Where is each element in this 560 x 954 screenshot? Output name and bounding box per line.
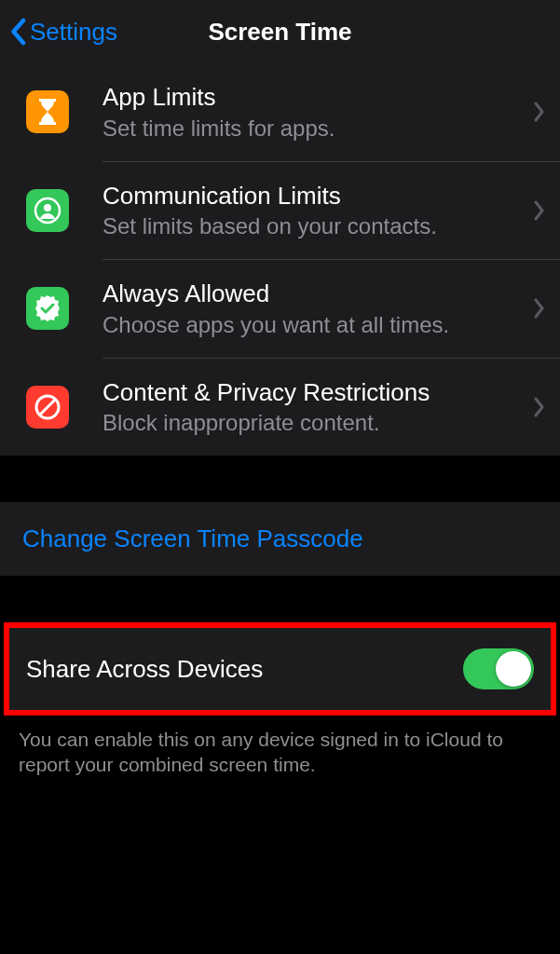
toggle-knob <box>496 651 531 687</box>
row-content-privacy[interactable]: Content & Privacy Restrictions Block ina… <box>0 359 560 457</box>
share-devices-toggle[interactable] <box>463 648 534 689</box>
no-entry-icon <box>26 386 69 429</box>
footer-description: You can enable this on any device signed… <box>0 716 560 789</box>
row-subtitle: Set time limits for apps. <box>102 115 525 143</box>
back-button[interactable]: Settings <box>9 18 117 47</box>
row-text: App Limits Set time limits for apps. <box>102 82 534 143</box>
nav-bar: Settings Screen Time <box>0 0 560 63</box>
share-devices-section: Share Across Devices <box>4 622 556 716</box>
chevron-right-icon <box>534 298 545 319</box>
row-subtitle: Choose apps you want at all times. <box>102 311 525 339</box>
settings-section: App Limits Set time limits for apps. Com… <box>0 63 560 456</box>
change-passcode-link[interactable]: Change Screen Time Passcode <box>22 525 538 553</box>
check-seal-icon <box>26 287 69 330</box>
contact-icon <box>26 189 69 232</box>
row-always-allowed[interactable]: Always Allowed Choose apps you want at a… <box>0 260 560 358</box>
chevron-right-icon <box>534 397 545 417</box>
svg-point-1 <box>44 204 51 211</box>
row-title: Content & Privacy Restrictions <box>102 377 525 408</box>
row-title: Always Allowed <box>102 279 525 309</box>
row-title: App Limits <box>102 82 525 113</box>
page-title: Screen Time <box>208 18 351 47</box>
row-subtitle: Block inappropriate content. <box>102 409 525 437</box>
row-text: Communication Limits Set limits based on… <box>102 181 534 241</box>
share-devices-row: Share Across Devices <box>9 628 551 710</box>
chevron-left-icon <box>9 18 26 46</box>
row-subtitle: Set limits based on your contacts. <box>102 212 525 240</box>
hourglass-icon <box>26 90 69 133</box>
row-communication-limits[interactable]: Communication Limits Set limits based on… <box>0 162 560 260</box>
row-text: Content & Privacy Restrictions Block ina… <box>102 377 534 438</box>
chevron-right-icon <box>534 102 545 122</box>
passcode-section: Change Screen Time Passcode <box>0 502 560 576</box>
row-app-limits[interactable]: App Limits Set time limits for apps. <box>0 63 560 161</box>
chevron-right-icon <box>534 200 545 221</box>
row-text: Always Allowed Choose apps you want at a… <box>102 279 534 339</box>
share-devices-label: Share Across Devices <box>26 655 263 684</box>
row-title: Communication Limits <box>102 181 525 211</box>
back-label: Settings <box>30 18 117 47</box>
svg-line-3 <box>40 400 55 415</box>
